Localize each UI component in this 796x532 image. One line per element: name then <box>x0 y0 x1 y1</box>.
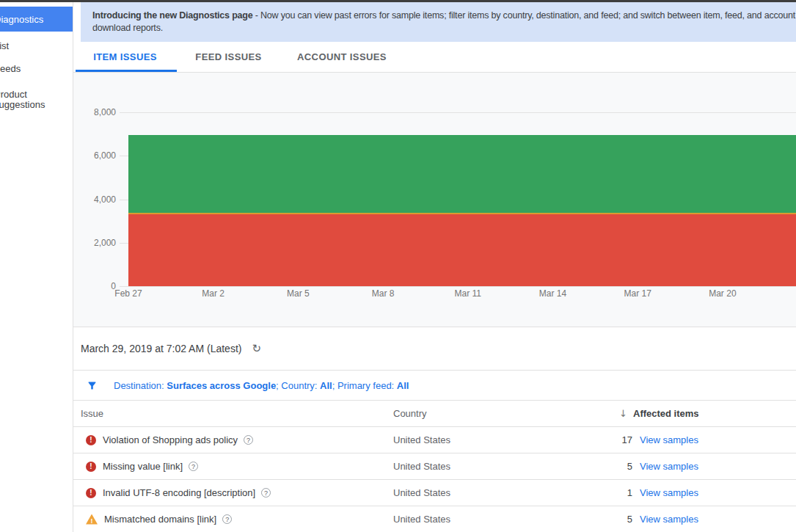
items-history-chart: 02,0004,0006,0008,000Feb 27Mar 2Mar 5Mar… <box>73 72 796 327</box>
issue-cell: !Violation of Shopping ads policy? <box>86 427 253 453</box>
x-axis-label: Mar 17 <box>608 288 667 299</box>
announcement-banner: Introducing the new Diagnostics page - N… <box>81 2 796 42</box>
sidebar-item-list[interactable]: List <box>0 39 73 54</box>
tab-label: ITEM ISSUES <box>93 51 157 62</box>
chart-area-active-green <box>128 135 796 213</box>
sidebar-item-feeds[interactable]: Feeds <box>0 62 73 76</box>
view-samples-link[interactable]: View samples <box>640 506 698 532</box>
snapshot-row: March 29, 2019 at 7:02 AM (Latest) ↻ <box>73 327 796 370</box>
issue-cell: !Mismatched domains [link]? <box>86 506 232 532</box>
filter-value: Surfaces across Google <box>167 380 276 391</box>
tab-feed-issues[interactable]: FEED ISSUES <box>177 42 280 72</box>
filter-label: ; Primary feed: <box>332 380 397 391</box>
sidebar-item-label: Feeds <box>0 62 71 76</box>
sidebar-item-label: Product suggestions <box>0 90 53 110</box>
banner-title: Introducing the new Diagnostics page <box>92 10 253 21</box>
help-icon[interactable]: ? <box>222 514 232 524</box>
issue-title: Invalid UTF-8 encoding [description] <box>103 487 255 498</box>
filter-funnel-icon <box>87 380 98 391</box>
help-icon[interactable]: ? <box>244 435 253 445</box>
affected-count: 1 <box>587 480 632 506</box>
x-axis-label: Mar 5 <box>269 288 327 299</box>
table-row: !Missing value [link]?United States5View… <box>73 453 796 479</box>
error-icon: ! <box>86 462 96 472</box>
filter-label: ; Country: <box>276 380 320 391</box>
country-cell: United States <box>393 427 450 453</box>
view-samples-link[interactable]: View samples <box>640 480 698 506</box>
tab-bar: ITEM ISSUESFEED ISSUESACCOUNT ISSUES <box>73 42 796 72</box>
x-axis-label: Mar 8 <box>354 288 412 299</box>
sidebar-item-label: Diagnostics <box>0 14 71 25</box>
table-row: !Mismatched domains [link]?United States… <box>73 506 796 532</box>
warning-icon: ! <box>86 514 98 525</box>
filter-value: All <box>397 380 409 391</box>
tab-item-issues[interactable]: ITEM ISSUES <box>73 42 177 72</box>
sidebar-nav: DiagnosticsListFeedsProduct suggestions <box>0 2 73 532</box>
snapshot-timestamp: March 29, 2019 at 7:02 AM (Latest) <box>81 343 241 354</box>
help-icon[interactable]: ? <box>261 488 271 498</box>
x-axis-label: Mar 11 <box>439 288 497 299</box>
gridline <box>120 286 796 287</box>
filter-summary: Destination: Surfaces across Google; Cou… <box>114 380 409 391</box>
x-axis-label: Mar 14 <box>524 288 583 299</box>
country-cell: United States <box>393 480 450 506</box>
column-header-affected-items[interactable]: Affected items <box>633 401 699 426</box>
affected-count: 17 <box>587 427 632 453</box>
y-axis-label: 4,000 <box>73 194 116 205</box>
error-icon: ! <box>86 488 96 498</box>
tab-account-issues[interactable]: ACCOUNT ISSUES <box>280 42 404 72</box>
filter-value: All <box>320 380 332 391</box>
issue-title: Missing value [link] <box>103 461 183 472</box>
banner-text: - Now you can view past errors for sampl… <box>253 10 796 21</box>
help-icon[interactable]: ? <box>189 462 198 471</box>
banner-line1: Introducing the new Diagnostics page - N… <box>92 10 796 22</box>
affected-count: 5 <box>587 506 632 532</box>
issues-table-body: !Violation of Shopping ads policy?United… <box>73 426 796 532</box>
filter-label: Destination: <box>114 380 167 391</box>
error-icon: ! <box>86 435 96 445</box>
x-axis-label: Feb 27 <box>99 288 158 299</box>
sidebar-item-product-suggestions[interactable]: Product suggestions <box>0 90 73 110</box>
country-cell: United States <box>393 453 450 479</box>
column-header-issue: Issue <box>81 401 103 426</box>
view-samples-link[interactable]: View samples <box>640 427 698 453</box>
column-header-country: Country <box>393 401 427 426</box>
chart-area-warnings-orange <box>128 213 796 214</box>
sidebar-item-label: List <box>0 39 71 54</box>
affected-count: 5 <box>587 453 632 479</box>
y-axis-label: 6,000 <box>73 150 116 161</box>
gridline <box>120 112 796 113</box>
tab-label: ACCOUNT ISSUES <box>297 51 387 62</box>
y-axis-label: 8,000 <box>73 107 116 117</box>
issue-title: Mismatched domains [link] <box>104 514 216 525</box>
table-row: !Violation of Shopping ads policy?United… <box>73 426 796 453</box>
table-header: Issue Country ↓ Affected items <box>73 400 796 426</box>
country-cell: United States <box>393 506 450 532</box>
sort-descending-icon[interactable]: ↓ <box>619 401 627 426</box>
filter-bar[interactable]: Destination: Surfaces across Google; Cou… <box>73 370 796 400</box>
issue-cell: !Invalid UTF-8 encoding [description]? <box>86 480 271 506</box>
banner-line2: download reports. <box>92 22 796 34</box>
table-row: !Invalid UTF-8 encoding [description]?Un… <box>73 479 796 506</box>
view-samples-link[interactable]: View samples <box>640 453 698 479</box>
chart-area-errors-red <box>128 214 796 286</box>
main-content: Introducing the new Diagnostics page - N… <box>73 2 796 532</box>
x-axis-label: Mar 20 <box>693 288 752 299</box>
refresh-icon[interactable]: ↻ <box>252 342 261 355</box>
issue-title: Violation of Shopping ads policy <box>103 434 238 445</box>
y-axis-label: 2,000 <box>73 238 116 248</box>
x-axis-label: Mar 2 <box>184 288 243 299</box>
sidebar-item-diagnostics[interactable]: Diagnostics <box>0 7 73 32</box>
issue-cell: !Missing value [link]? <box>86 453 198 479</box>
tab-label: FEED ISSUES <box>195 51 261 62</box>
